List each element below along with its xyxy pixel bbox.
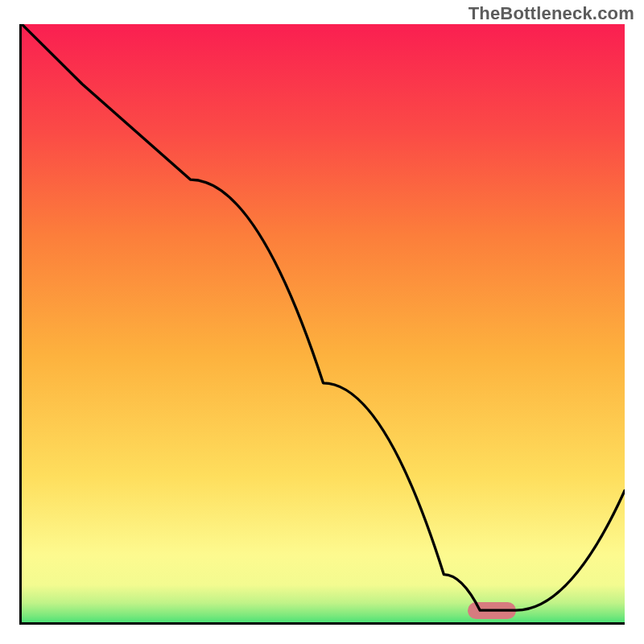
bottleneck-curve [22, 24, 625, 622]
chart-container: TheBottleneck.com [0, 0, 644, 644]
watermark-text: TheBottleneck.com [469, 3, 634, 24]
plot-area [19, 24, 625, 625]
curve-path [22, 24, 625, 610]
